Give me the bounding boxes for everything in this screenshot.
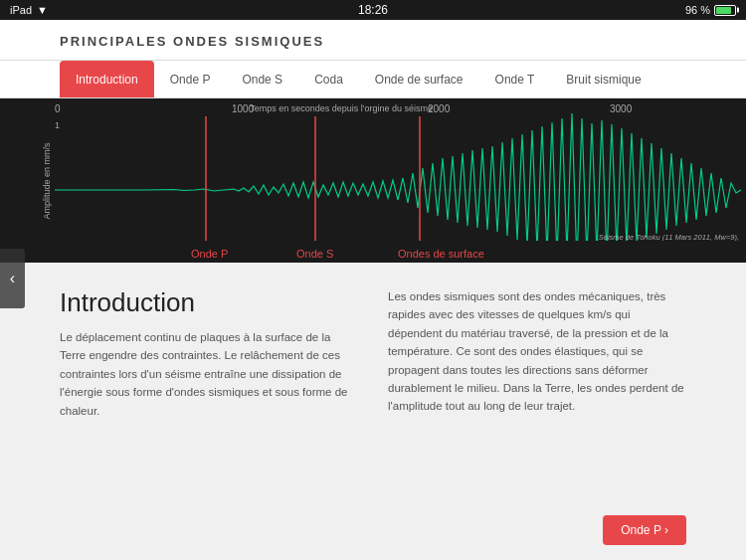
- tab-bruit-sismique[interactable]: Bruit sismique: [550, 61, 656, 97]
- svg-text:1: 1: [55, 120, 60, 130]
- header: PRINCIPALES ONDES SISMIQUES: [0, 20, 746, 61]
- nav-tabs: Introduction Onde P Onde S Coda Onde de …: [0, 61, 746, 98]
- status-time: 18:26: [358, 3, 388, 17]
- battery-percent: 96 %: [685, 4, 710, 16]
- tab-onde-de-surface[interactable]: Onde de surface: [359, 61, 479, 97]
- right-text: Les ondes sismiques sont des ondes mécan…: [388, 287, 686, 416]
- battery-fill: [716, 7, 731, 14]
- svg-text:0: 0: [55, 103, 61, 114]
- status-bar: iPad ▼ 18:26 96 %: [0, 0, 746, 20]
- tab-introduction[interactable]: Introduction: [60, 61, 154, 97]
- left-arrow-icon: ‹: [10, 270, 15, 287]
- page-title: PRINCIPALES ONDES SISMIQUES: [60, 34, 324, 49]
- wifi-icon: ▼: [37, 4, 48, 16]
- y-axis-label: Amplitude en mm/s: [42, 142, 52, 219]
- content-area: Introduction Le déplacement continu de p…: [0, 263, 746, 560]
- next-button[interactable]: Onde P ›: [603, 515, 686, 545]
- svg-text:3000: 3000: [610, 103, 633, 114]
- seismograph-container: Amplitude en mm/s 0 1000 2000 3000 Temps…: [0, 98, 746, 263]
- section-title: Introduction: [60, 287, 358, 318]
- onde-p-label: Onde P: [191, 248, 228, 260]
- svg-text:Temps en secondes depuis l'org: Temps en secondes depuis l'orgine du séi…: [250, 103, 433, 113]
- tab-onde-p[interactable]: Onde P: [154, 61, 227, 97]
- status-right: 96 %: [685, 4, 736, 16]
- content-right: Les ondes sismiques sont des ondes mécan…: [388, 287, 686, 545]
- status-left: iPad ▼: [10, 4, 48, 16]
- onde-s-label: Onde S: [296, 248, 333, 260]
- tab-onde-s[interactable]: Onde S: [226, 61, 298, 97]
- carrier-text: iPad: [10, 4, 32, 16]
- battery-icon: [714, 5, 736, 16]
- content-left: Introduction Le déplacement continu de p…: [60, 287, 358, 545]
- left-text: Le déplacement continu de plaques à la s…: [60, 328, 358, 420]
- wave-labels-row: Onde P Onde S Ondes de surface: [55, 241, 746, 263]
- main-area: PRINCIPALES ONDES SISMIQUES Introduction…: [0, 20, 746, 560]
- tab-coda[interactable]: Coda: [298, 61, 359, 97]
- tab-onde-t[interactable]: Onde T: [479, 61, 551, 97]
- ondes-surface-label: Ondes de surface: [398, 248, 484, 260]
- left-arrow-button[interactable]: ‹: [0, 249, 25, 308]
